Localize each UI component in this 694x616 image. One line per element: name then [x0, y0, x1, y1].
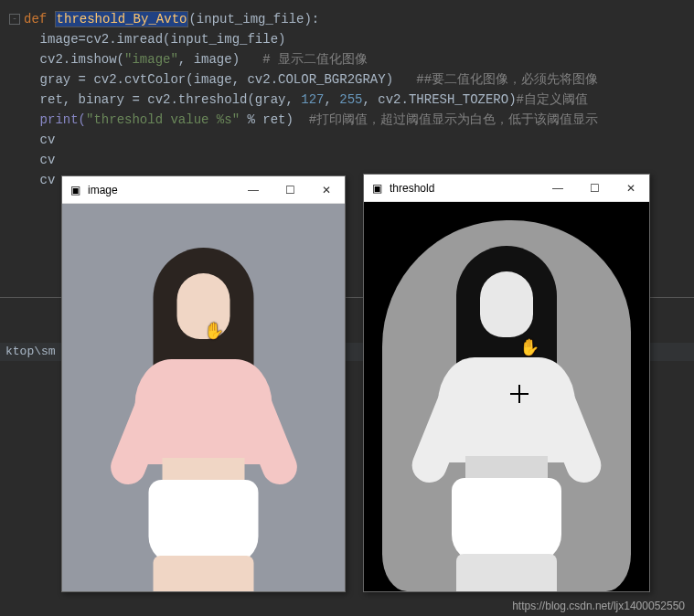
- figure-face: [480, 271, 533, 337]
- code-text: cv: [40, 133, 56, 147]
- function-name-highlighted[interactable]: threshold_By_Avto: [55, 11, 189, 27]
- code-text: (input_img_file):: [188, 12, 319, 27]
- comment: #自定义阈值: [517, 92, 588, 107]
- maximize-icon: ☐: [285, 184, 295, 196]
- photo-content: [62, 204, 345, 591]
- code-text: , cv2.THRESH_TOZERO): [363, 92, 517, 107]
- code-text: , image): [178, 52, 262, 67]
- window-title: image: [88, 184, 235, 196]
- comment: # 显示二值化图像: [262, 52, 368, 67]
- crosshair-icon: [510, 385, 529, 403]
- maximize-button[interactable]: ☐: [272, 176, 308, 204]
- figure-shorts: [149, 480, 259, 564]
- minimize-icon: —: [248, 184, 259, 196]
- builtin-print: print(: [40, 112, 86, 127]
- code-text: cv: [40, 153, 56, 167]
- code-line-1[interactable]: -def threshold_By_Avto(input_img_file):: [9, 9, 694, 29]
- minimize-button[interactable]: —: [539, 175, 576, 202]
- code-text: ,: [324, 92, 339, 107]
- code-text: gray = cv2.cvtColor(image, cv2.COLOR_BGR…: [40, 72, 417, 87]
- app-icon: ▣: [369, 181, 384, 196]
- code-line-2[interactable]: image=cv2.imread(input_img_file): [9, 29, 694, 49]
- window-buttons: — ☐ ✕: [539, 175, 649, 202]
- code-text: image=cv2.imread(input_img_file): [40, 32, 286, 47]
- threshold-viewport[interactable]: ✋: [364, 202, 649, 591]
- window-threshold[interactable]: ▣ threshold — ☐ ✕ ✋: [363, 174, 650, 592]
- number-literal: 255: [339, 92, 362, 107]
- close-button[interactable]: ✕: [613, 175, 649, 202]
- hand-cursor-icon: ✋: [204, 321, 222, 339]
- close-icon: ✕: [626, 182, 635, 195]
- figure-shorts: [452, 478, 561, 562]
- minimize-icon: —: [552, 182, 563, 195]
- watermark-text: https://blog.csdn.net/ljx1400052550: [512, 600, 685, 612]
- comment: #打印阈值，超过阈值显示为白色，低于该阈值显示: [309, 112, 598, 127]
- figure-legs: [154, 556, 254, 591]
- image-viewport[interactable]: ✋: [62, 204, 345, 591]
- string-literal: "image": [124, 52, 178, 67]
- code-text: cv: [40, 173, 56, 187]
- close-button[interactable]: ✕: [308, 176, 345, 204]
- maximize-button[interactable]: ☐: [576, 175, 613, 202]
- keyword-def: def: [24, 12, 55, 27]
- photo-content-bw: [364, 202, 649, 591]
- close-icon: ✕: [322, 184, 331, 196]
- app-icon: ▣: [68, 183, 82, 197]
- titlebar-image[interactable]: ▣ image — ☐ ✕: [62, 176, 345, 204]
- figure-legs: [456, 554, 557, 591]
- code-line-4[interactable]: gray = cv2.cvtColor(image, cv2.COLOR_BGR…: [9, 69, 694, 90]
- minimize-button[interactable]: —: [235, 176, 272, 204]
- figure-top: [135, 359, 272, 464]
- path-left: ktop\sm: [5, 345, 56, 358]
- code-text: cv2.imshow(: [40, 52, 124, 67]
- code-text: ret, binary = cv2.threshold(gray,: [40, 92, 302, 107]
- window-buttons: — ☐ ✕: [235, 176, 345, 204]
- fold-marker[interactable]: -: [9, 14, 20, 25]
- window-title: threshold: [390, 182, 539, 195]
- titlebar-threshold[interactable]: ▣ threshold — ☐ ✕: [364, 175, 649, 202]
- code-line-6[interactable]: print("threshold value %s" % ret) #打印阈值，…: [9, 110, 694, 130]
- string-literal: "threshold value %s": [86, 112, 240, 127]
- comment: ##要二值化图像，必须先将图像: [416, 72, 598, 87]
- maximize-icon: ☐: [590, 182, 600, 195]
- hand-cursor-icon: ✋: [519, 337, 538, 356]
- code-text: % ret): [240, 112, 309, 127]
- code-line-8[interactable]: cv: [9, 150, 694, 170]
- code-editor[interactable]: -def threshold_By_Avto(input_img_file): …: [0, 0, 694, 190]
- code-line-5[interactable]: ret, binary = cv2.threshold(gray, 127, 2…: [9, 90, 694, 110]
- figure-top: [438, 357, 575, 462]
- window-image[interactable]: ▣ image — ☐ ✕ ✋: [61, 175, 346, 592]
- code-line-7[interactable]: cv: [9, 130, 694, 150]
- code-line-3[interactable]: cv2.imshow("image", image) # 显示二值化图像: [9, 49, 694, 69]
- number-literal: 127: [301, 92, 324, 107]
